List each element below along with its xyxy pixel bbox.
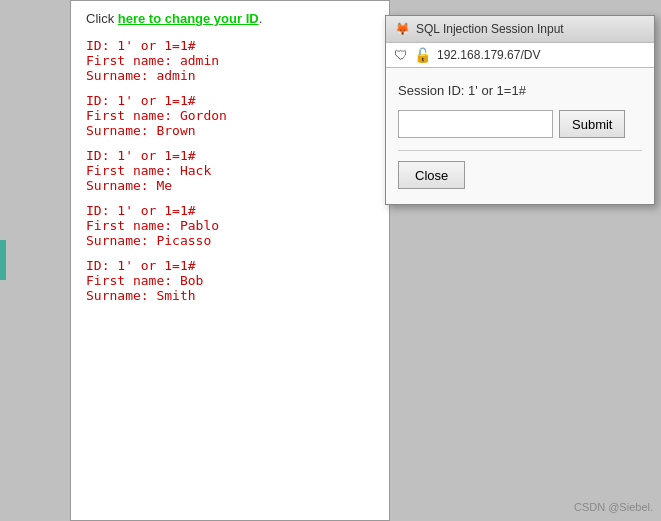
lock-icon: 🔓 [414,47,431,63]
close-button[interactable]: Close [398,161,465,189]
result-surname-2: Surname: Brown [86,123,374,138]
divider [398,150,642,151]
result-id-3: ID: 1' or 1=1# [86,148,374,163]
click-prefix: Click [86,11,118,26]
click-link-line: Click here to change your ID. [86,11,374,26]
result-id-1: ID: 1' or 1=1# [86,38,374,53]
submit-button[interactable]: Submit [559,110,625,138]
browser-titlebar: 🦊 SQL Injection Session Input [386,16,654,43]
result-surname-4: Surname: Picasso [86,233,374,248]
result-id-4: ID: 1' or 1=1# [86,203,374,218]
result-first-5: First name: Bob [86,273,374,288]
session-id-label: Session ID: 1' or 1=1# [398,83,642,98]
input-row: Submit [398,110,642,138]
result-block-5: ID: 1' or 1=1# First name: Bob Surname: … [86,258,374,303]
browser-addressbar: 🛡 🔓 192.168.179.67/DV [386,43,654,68]
result-block-2: ID: 1' or 1=1# First name: Gordon Surnam… [86,93,374,138]
period: . [259,11,263,26]
result-first-1: First name: admin [86,53,374,68]
result-block-4: ID: 1' or 1=1# First name: Pablo Surname… [86,203,374,248]
dialog-title: SQL Injection Session Input [416,22,564,36]
shield-icon: 🛡 [394,47,408,63]
watermark: CSDN @Siebel. [574,501,653,513]
session-input[interactable] [398,110,553,138]
left-sidebar [0,0,70,521]
result-first-4: First name: Pablo [86,218,374,233]
result-block-1: ID: 1' or 1=1# First name: admin Surname… [86,38,374,83]
main-panel: Click here to change your ID. ID: 1' or … [70,0,390,521]
firefox-icon: 🦊 [394,21,410,37]
result-first-3: First name: Hack [86,163,374,178]
address-text: 192.168.179.67/DV [437,48,540,62]
result-id-5: ID: 1' or 1=1# [86,258,374,273]
result-surname-1: Surname: admin [86,68,374,83]
result-surname-5: Surname: Smith [86,288,374,303]
result-block-3: ID: 1' or 1=1# First name: Hack Surname:… [86,148,374,193]
browser-dialog: 🦊 SQL Injection Session Input 🛡 🔓 192.16… [385,15,655,205]
result-id-2: ID: 1' or 1=1# [86,93,374,108]
browser-content: Session ID: 1' or 1=1# Submit Close [386,68,654,204]
change-id-link[interactable]: here to change your ID [118,11,259,26]
result-surname-3: Surname: Me [86,178,374,193]
result-first-2: First name: Gordon [86,108,374,123]
tab-indicator [0,240,6,280]
